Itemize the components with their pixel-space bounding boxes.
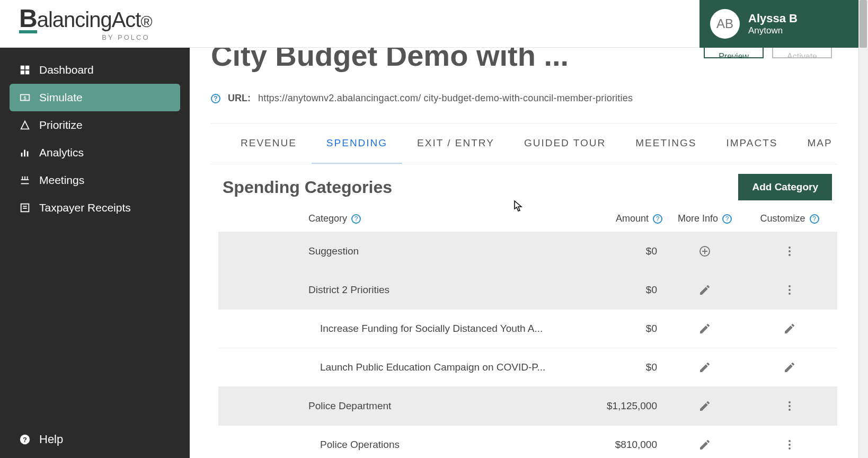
- category-amount: $0: [567, 323, 662, 334]
- app-header: BalancingAct® BY POLCO AB Alyssa B Anyto…: [0, 0, 858, 48]
- svg-rect-6: [21, 153, 23, 156]
- svg-rect-10: [22, 177, 23, 180]
- url-label: URL:: [228, 93, 251, 104]
- sidebar-item-prioritize[interactable]: Prioritize: [10, 111, 180, 139]
- svg-text:?: ?: [23, 436, 27, 444]
- edit-info-icon[interactable]: [697, 437, 712, 452]
- add-category-button[interactable]: Add Category: [738, 174, 832, 200]
- category-name: Launch Public Education Campaign on COVI…: [308, 362, 567, 373]
- table-row: Increase Funding for Socially Distanced …: [218, 309, 837, 348]
- user-menu[interactable]: AB Alyssa B Anytown: [699, 0, 858, 48]
- window-scrollbar[interactable]: ▲: [858, 0, 868, 458]
- help-icon[interactable]: ?: [351, 214, 361, 224]
- svg-point-30: [789, 409, 791, 411]
- svg-rect-2: [21, 71, 24, 74]
- add-info-icon[interactable]: [697, 244, 712, 259]
- category-name: Police Operations: [308, 439, 567, 451]
- svg-point-22: [789, 246, 791, 249]
- tab-spending[interactable]: SPENDING: [312, 124, 402, 164]
- svg-rect-0: [21, 66, 24, 69]
- tab-exit-entry[interactable]: EXIT / ENTRY: [402, 124, 509, 164]
- category-name: District 2 Priorities: [308, 284, 567, 296]
- sidebar-item-dashboard[interactable]: Dashboard: [10, 56, 180, 84]
- tab-guided-tour[interactable]: GUIDED TOUR: [509, 124, 621, 164]
- page-title: City Budget Demo with ...: [211, 48, 569, 73]
- brand-byline: BY POLCO: [102, 33, 152, 41]
- svg-rect-11: [24, 177, 25, 180]
- svg-point-28: [789, 401, 791, 403]
- help-icon[interactable]: ?: [653, 214, 662, 224]
- url-help-icon[interactable]: ?: [211, 94, 220, 103]
- sidebar-item-label: Dashboard: [39, 64, 94, 76]
- svg-rect-1: [25, 66, 29, 69]
- spending-table: Category? Amount? More Info? Customize? …: [218, 206, 837, 458]
- help-label: Help: [39, 433, 63, 446]
- sidebar-item-label: Prioritize: [39, 119, 83, 131]
- svg-rect-8: [27, 151, 29, 156]
- sidebar-item-label: Meetings: [39, 174, 84, 187]
- help-icon[interactable]: ?: [810, 214, 819, 224]
- category-name: Police Department: [308, 400, 567, 412]
- edit-info-icon[interactable]: [697, 399, 712, 413]
- table-row: Police Operations$810,000: [218, 425, 837, 458]
- activate-button[interactable]: Activate: [772, 48, 832, 58]
- sidebar: Dashboard $ Simulate Prioritize Analytic…: [0, 48, 190, 458]
- svg-rect-7: [24, 150, 25, 157]
- main-content: City Budget Demo with ... Preview Activa…: [190, 48, 858, 458]
- edit-info-icon[interactable]: [697, 360, 712, 375]
- edit-customize-icon[interactable]: [782, 360, 797, 375]
- sidebar-item-meetings[interactable]: Meetings: [10, 166, 180, 194]
- help-icon[interactable]: ?: [722, 214, 732, 224]
- more-options-icon[interactable]: [782, 283, 797, 297]
- sidebar-item-label: Analytics: [39, 146, 84, 159]
- tab-map[interactable]: MAP: [793, 124, 838, 164]
- receipt-icon: [19, 202, 31, 214]
- prioritize-icon: [19, 119, 31, 131]
- tab-revenue[interactable]: REVENUE: [226, 124, 312, 164]
- user-org: Anytown: [748, 25, 798, 36]
- category-amount: $0: [567, 284, 662, 296]
- svg-rect-13: [21, 183, 29, 184]
- meetings-icon: [19, 174, 31, 186]
- sidebar-item-analytics[interactable]: Analytics: [10, 139, 180, 166]
- svg-point-31: [789, 440, 791, 442]
- category-name: Suggestion: [308, 245, 567, 257]
- simulate-icon: $: [19, 92, 31, 103]
- preview-button[interactable]: Preview: [704, 48, 764, 58]
- svg-text:$: $: [23, 95, 26, 101]
- col-amount: Amount?: [567, 213, 662, 224]
- sidebar-item-taxpayer[interactable]: Taxpayer Receipts: [10, 194, 180, 222]
- brand-name: BalancingAct®: [19, 6, 152, 31]
- table-row: District 2 Priorities$0: [218, 270, 837, 309]
- svg-point-23: [789, 250, 791, 252]
- tab-meetings[interactable]: MEETINGS: [621, 124, 711, 164]
- table-header: Category? Amount? More Info? Customize?: [218, 206, 837, 232]
- svg-rect-3: [25, 71, 29, 74]
- brand-logo: BalancingAct® BY POLCO: [0, 6, 152, 41]
- scrollbar-thumb[interactable]: [860, 0, 867, 48]
- sidebar-item-label: Simulate: [39, 91, 83, 104]
- edit-customize-icon[interactable]: [782, 321, 797, 336]
- help-link[interactable]: ? Help: [0, 421, 190, 458]
- dashboard-icon: [19, 64, 31, 76]
- analytics-icon: [19, 147, 31, 158]
- svg-point-33: [789, 447, 791, 450]
- svg-point-29: [789, 405, 791, 407]
- col-customize: Customize?: [747, 213, 832, 224]
- user-name: Alyssa B: [748, 12, 798, 25]
- edit-info-icon[interactable]: [697, 321, 712, 336]
- col-more-info: More Info?: [662, 213, 747, 224]
- more-options-icon[interactable]: [782, 437, 797, 452]
- sidebar-item-simulate[interactable]: $ Simulate: [10, 84, 180, 111]
- category-amount: $0: [567, 362, 662, 373]
- svg-point-25: [789, 285, 791, 287]
- tab-bar: REVENUE SPENDING EXIT / ENTRY GUIDED TOU…: [211, 124, 837, 164]
- more-options-icon[interactable]: [782, 399, 797, 413]
- url-value: https://anytownv2.abalancingact.com/ cit…: [258, 93, 633, 104]
- edit-info-icon[interactable]: [697, 283, 712, 297]
- nav-list: Dashboard $ Simulate Prioritize Analytic…: [0, 48, 190, 230]
- svg-rect-12: [27, 177, 28, 180]
- more-options-icon[interactable]: [782, 244, 797, 259]
- svg-rect-9: [21, 179, 29, 180]
- tab-impacts[interactable]: IMPACTS: [711, 124, 792, 164]
